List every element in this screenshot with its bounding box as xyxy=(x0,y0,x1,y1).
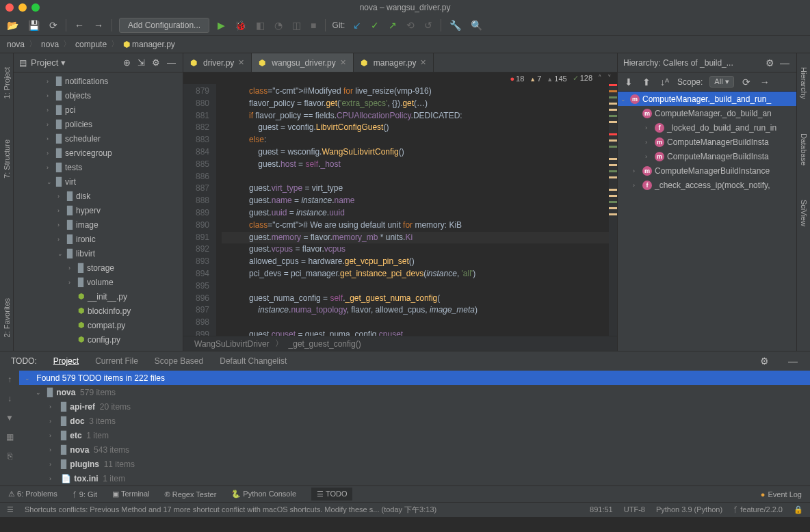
hierarchy-tool-tab[interactable]: Hierarchy xyxy=(800,67,808,99)
settings-icon[interactable]: 🔧 xyxy=(448,18,462,32)
editor-tab[interactable]: ⬢driver.py✕ xyxy=(183,53,252,72)
forward-icon[interactable]: → xyxy=(92,18,105,32)
tree-row[interactable]: ›▉storage xyxy=(14,261,183,275)
autoscroll-icon[interactable]: → xyxy=(759,75,771,89)
tree-row[interactable]: ›▉image xyxy=(14,217,183,232)
todo-item[interactable]: › ▉plugins 11 items xyxy=(19,457,810,471)
todo-item[interactable]: › ▉etc 1 item xyxy=(19,428,810,442)
todo-tree[interactable]: ⌄ Found 579 TODO items in 222 files ⌄ ▉n… xyxy=(19,371,810,486)
project-view-icon[interactable]: ▤ xyxy=(19,58,27,68)
close-tab-icon[interactable]: ✕ xyxy=(420,58,426,67)
locate-icon[interactable]: ⊕ xyxy=(122,56,132,69)
run-icon[interactable]: ▶ xyxy=(216,18,226,32)
git-push-icon[interactable]: ↗ xyxy=(387,18,398,32)
tree-row[interactable]: ⬢config.py xyxy=(14,332,183,347)
breadcrumb-item[interactable]: compute xyxy=(75,40,107,49)
ok-count[interactable]: 128 xyxy=(573,74,592,83)
gear-icon[interactable]: ⚙ xyxy=(764,56,776,70)
interpreter[interactable]: Python 3.9 (Python) xyxy=(656,505,722,514)
editor-body[interactable]: 8798808818828838848858868878888898908918… xyxy=(183,84,617,336)
git-rollback-icon[interactable]: ↺ xyxy=(423,18,434,32)
hierarchy-item[interactable]: ›f_locked_do_build_and_run_in xyxy=(618,120,796,135)
hierarchy-item[interactable]: mComputeManager._do_build_an xyxy=(618,106,796,120)
line-gutter[interactable]: 8798808818828838848858868878888898908918… xyxy=(183,84,216,336)
scroll-up-icon[interactable]: ˄ xyxy=(598,74,602,83)
panel-title[interactable]: Project ▾ xyxy=(31,57,118,68)
editor-tab[interactable]: ⬢manager.py✕ xyxy=(354,53,434,72)
todo-item[interactable]: ⌄ ▉nova 579 items xyxy=(19,385,810,399)
breadcrumb-class[interactable]: WangSuLibvirtDriver xyxy=(194,339,270,349)
todo-tab-current[interactable]: Current File xyxy=(95,356,138,366)
concurrent-icon[interactable]: ◫ xyxy=(291,18,302,32)
database-tool-tab[interactable]: Database xyxy=(800,133,808,165)
code-view[interactable]: class="c-cmt">#Modifyed for live_resize(… xyxy=(216,84,609,336)
tree-row[interactable]: ›▉scheduler xyxy=(14,131,183,146)
hide-icon[interactable]: — xyxy=(779,56,791,70)
debug-icon[interactable]: 🐞 xyxy=(233,18,248,32)
tree-row[interactable]: ›▉objects xyxy=(14,88,183,103)
search-everywhere-icon[interactable]: 🔍 xyxy=(469,18,484,32)
gear-icon[interactable]: ⚙ xyxy=(759,354,770,368)
callee-hierarchy-icon[interactable]: ⬆ xyxy=(641,75,652,89)
gear-icon[interactable]: ⚙ xyxy=(151,56,161,69)
event-log-button[interactable]: Event Log xyxy=(761,490,802,498)
open-icon[interactable]: 📂 xyxy=(5,18,20,32)
refresh-icon[interactable]: ⟳ xyxy=(48,18,59,32)
hide-icon[interactable]: — xyxy=(166,56,177,69)
maximize-window-button[interactable] xyxy=(31,3,40,12)
scope-dropdown[interactable]: All ▾ xyxy=(709,76,733,88)
stop-icon[interactable]: ■ xyxy=(309,18,317,32)
breadcrumb-item[interactable]: ⬢manager.py xyxy=(123,40,175,49)
breadcrumb-method[interactable]: _get_guest_config() xyxy=(289,339,361,349)
tree-row[interactable]: ⬢__init__.py xyxy=(14,289,183,304)
hierarchy-item[interactable]: ›mComputeManagerBuildInsta xyxy=(618,135,796,149)
tree-row[interactable]: ›▉hyperv xyxy=(14,203,183,217)
tree-row[interactable]: ⬢compat.py xyxy=(14,318,183,332)
tree-row[interactable]: ⌄▉virt xyxy=(14,174,183,189)
todo-tab-changelist[interactable]: Default Changelist xyxy=(220,356,287,366)
tree-row[interactable]: ›▉ironic xyxy=(14,232,183,246)
tree-row[interactable]: ⬢blockinfo.py xyxy=(14,304,183,318)
sciview-tool-tab[interactable]: SciView xyxy=(800,200,808,226)
bottom-tab[interactable]: ▣ Terminal xyxy=(112,490,149,498)
hierarchy-tree[interactable]: ⌄mComputeManager._build_and_run_mCompute… xyxy=(618,92,796,192)
tree-row[interactable]: ›▉notifications xyxy=(14,74,183,88)
caller-hierarchy-icon[interactable]: ⬇ xyxy=(623,75,634,89)
structure-tool-tab[interactable]: 7: Structure xyxy=(3,139,11,178)
hierarchy-item[interactable]: ›mComputeManagerBuildInstance xyxy=(618,163,796,178)
project-tool-tab[interactable]: 1: Project xyxy=(3,67,11,98)
bottom-tab[interactable]: ᚶ 9: Git xyxy=(73,490,97,498)
warning-count[interactable]: 7 xyxy=(530,75,541,83)
refresh-icon[interactable]: ⟳ xyxy=(741,75,752,89)
git-update-icon[interactable]: ↙ xyxy=(352,18,363,32)
expand-all-icon[interactable]: ⇲ xyxy=(136,56,146,69)
todo-item[interactable]: › ▉nova 543 items xyxy=(19,442,810,457)
todo-item[interactable]: › 📄tox.ini 1 item xyxy=(19,471,810,486)
todo-item[interactable]: › ▉doc 3 items xyxy=(19,414,810,428)
run-config-dropdown[interactable]: Add Configuration... xyxy=(119,18,209,33)
hide-icon[interactable]: — xyxy=(787,354,799,368)
profile-icon[interactable]: ◔ xyxy=(273,18,284,32)
bottom-tab[interactable]: ⚠ 6: Problems xyxy=(8,490,57,498)
lock-icon[interactable]: 🔒 xyxy=(794,505,803,514)
prev-icon[interactable]: ↑ xyxy=(8,375,12,384)
favorites-tool-tab[interactable]: 2: Favorites xyxy=(3,298,11,337)
minimize-window-button[interactable] xyxy=(18,3,27,12)
coverage-icon[interactable]: ◧ xyxy=(254,18,266,32)
project-tree[interactable]: ›▉notifications›▉objects›▉pci›▉policies›… xyxy=(14,72,183,351)
git-branch[interactable]: ᚶ feature/2.2.0 xyxy=(733,505,783,514)
sort-icon[interactable]: ↓ᴬ xyxy=(659,75,670,89)
breadcrumb-item[interactable]: nova xyxy=(7,40,25,49)
close-tab-icon[interactable]: ✕ xyxy=(340,58,346,67)
tree-row[interactable]: ⌄▉libvirt xyxy=(14,246,183,261)
todo-summary[interactable]: ⌄ Found 579 TODO items in 222 files xyxy=(19,371,810,385)
autoscroll-icon[interactable]: ⎘ xyxy=(8,451,12,461)
save-icon[interactable]: 💾 xyxy=(27,18,41,32)
tree-row[interactable]: ›▉servicegroup xyxy=(14,146,183,160)
encoding[interactable]: UTF-8 xyxy=(624,505,645,514)
git-commit-icon[interactable]: ✓ xyxy=(369,18,380,32)
close-tab-icon[interactable]: ✕ xyxy=(238,58,244,67)
bottom-tab[interactable]: ☰ TODO xyxy=(311,488,352,501)
editor-tab[interactable]: ⬢wangsu_driver.py✕ xyxy=(252,53,353,72)
tree-row[interactable]: ›▉tests xyxy=(14,160,183,174)
